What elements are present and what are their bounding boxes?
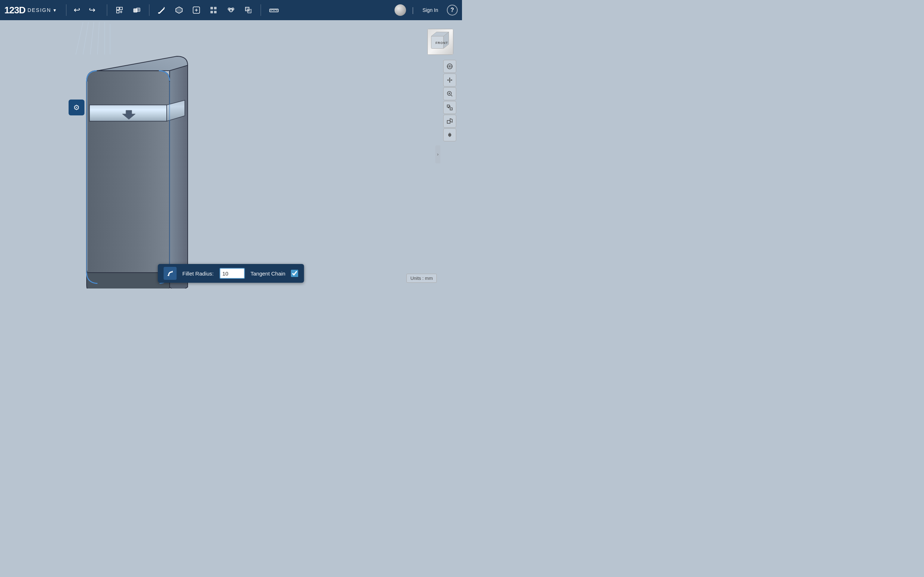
svg-line-22 (83, 22, 89, 55)
transform-tool-button[interactable] (111, 3, 128, 16)
fillet-radius-label: Fillet Radius: (182, 271, 214, 277)
svg-point-45 (449, 134, 451, 136)
svg-marker-6 (176, 7, 182, 13)
svg-point-5 (158, 12, 160, 14)
undo-redo-group: ↩ ↪ (71, 4, 98, 16)
help-button[interactable]: ? (447, 5, 458, 16)
svg-rect-1 (120, 7, 122, 10)
ruler-tool-button[interactable] (265, 3, 283, 16)
svg-line-24 (97, 22, 99, 55)
view-cube[interactable]: FRONT (427, 29, 453, 55)
bottom-toolbar: Fillet Radius: Tangent Chain (158, 264, 304, 283)
top-navbar: 123D DESIGN ▾ ↩ ↪ (0, 0, 462, 20)
svg-line-23 (90, 22, 94, 55)
svg-rect-0 (116, 7, 119, 10)
group-tool-button[interactable] (223, 3, 239, 16)
sign-in-button[interactable]: Sign In (419, 6, 441, 15)
navigation-controls (443, 60, 456, 141)
3d-object (65, 35, 216, 288)
pattern-tool-button[interactable] (206, 3, 221, 16)
fillet-tool-icon[interactable] (163, 267, 176, 280)
undo-button[interactable]: ↩ (71, 4, 83, 16)
fit-button[interactable] (443, 101, 456, 114)
redo-button[interactable]: ↪ (86, 4, 98, 16)
pan-button[interactable] (443, 74, 456, 87)
app-subtitle: DESIGN (27, 7, 51, 13)
view-cube-inner[interactable]: FRONT (427, 29, 453, 55)
svg-rect-41 (447, 105, 449, 107)
svg-line-21 (76, 22, 83, 55)
logo-dropdown-button[interactable]: ▾ (53, 7, 56, 13)
nav-divider-2 (107, 4, 107, 16)
snap-tool-button[interactable] (241, 3, 256, 16)
toolbar-tools (111, 3, 394, 16)
modify-tool-button[interactable] (188, 3, 204, 16)
fillet-radius-input[interactable] (220, 268, 245, 279)
svg-rect-8 (210, 7, 213, 10)
orbit-button[interactable] (443, 60, 456, 73)
settings-button[interactable]: ⚙ (69, 100, 84, 115)
sketch-tool-button[interactable] (154, 3, 170, 16)
nav-right-area: | Sign In ? (394, 4, 458, 16)
svg-rect-43 (447, 121, 450, 123)
tool-divider-1 (149, 4, 149, 16)
svg-rect-10 (210, 11, 213, 13)
tangent-chain-checkbox[interactable] (291, 270, 299, 277)
svg-point-36 (449, 66, 451, 67)
construct-tool-button[interactable] (171, 3, 187, 16)
expand-panel-tab[interactable]: › (435, 145, 440, 163)
zoom-button[interactable] (443, 87, 456, 100)
units-display: Units : mm (406, 274, 437, 283)
svg-rect-4 (136, 8, 140, 11)
primitives-tool-button[interactable] (129, 3, 145, 16)
wireframe-ghost (54, 20, 162, 56)
app-logo: 123D (4, 5, 25, 16)
tangent-chain-label: Tangent Chain (250, 271, 286, 277)
main-viewport[interactable]: ⚙ FRONT (0, 20, 462, 288)
view-cube-face: FRONT (428, 29, 453, 55)
svg-rect-42 (450, 108, 452, 110)
svg-marker-44 (450, 119, 452, 122)
svg-point-13 (228, 8, 230, 10)
svg-line-38 (451, 95, 452, 97)
gear-icon: ⚙ (73, 103, 80, 112)
svg-rect-11 (214, 11, 216, 13)
nav-separator: | (412, 6, 414, 15)
perspective-button[interactable] (443, 115, 456, 128)
expand-icon: › (437, 152, 439, 157)
visibility-button[interactable] (443, 128, 456, 141)
svg-point-14 (232, 8, 234, 10)
material-sphere[interactable] (394, 4, 406, 16)
svg-rect-2 (116, 10, 119, 13)
svg-text:FRONT: FRONT (435, 41, 448, 45)
svg-rect-9 (214, 7, 216, 10)
logo-area: 123D DESIGN ▾ (4, 5, 56, 16)
nav-divider (66, 4, 66, 16)
